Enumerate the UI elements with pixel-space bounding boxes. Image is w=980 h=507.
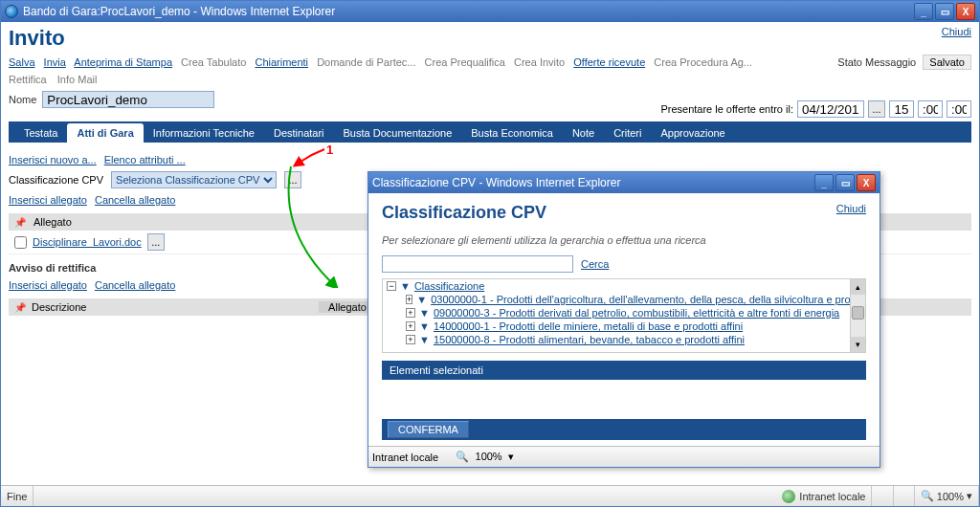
window-title: Bando di Gara:ProcLavori_demo - Windows … <box>23 5 914 18</box>
search-input[interactable] <box>382 255 573 273</box>
crea-invito-link: Crea Invito <box>514 56 565 68</box>
tree-expander[interactable]: + <box>406 295 412 304</box>
chevron-down-icon: ▾ <box>505 451 514 462</box>
crea-prequalifica-link: Crea Prequalifica <box>425 56 505 68</box>
hour-input[interactable] <box>889 100 914 118</box>
window-controls: _ ▭ X <box>914 3 975 20</box>
tree-expander[interactable]: − <box>387 281 396 291</box>
maximize-button[interactable]: ▭ <box>935 3 954 20</box>
main-titlebar: Bando di Gara:ProcLavori_demo - Windows … <box>1 1 979 22</box>
conferma-button[interactable]: CONFERMA <box>388 421 469 438</box>
tab-note[interactable]: Note <box>563 123 604 143</box>
popup-window-title: Classificazione CPV - Windows Internet E… <box>372 176 814 189</box>
tab-info[interactable]: Informazioni Tecniche <box>144 123 264 143</box>
inserisci-allegato-link[interactable]: Inserisci allegato <box>9 194 87 206</box>
cerca-link[interactable]: Cerca <box>581 258 609 270</box>
zoom-icon <box>921 490 937 502</box>
class-cpv-label: Classificazione CPV <box>9 174 103 186</box>
tab-busta-eco[interactable]: Busta Economica <box>461 123 563 143</box>
green-arrow-icon <box>286 164 339 288</box>
annotation-1-label: 1 <box>326 143 333 157</box>
popup-chiudi-link[interactable]: Chiudi <box>836 203 866 214</box>
tree-triangle-icon: ▼ <box>419 307 430 319</box>
minimize-button[interactable]: _ <box>914 3 933 20</box>
inserisci-nuovo-link[interactable]: Inserisci nuovo a... <box>9 154 97 165</box>
infomail-text: Info Mail <box>57 74 98 85</box>
popup-titlebar: Classificazione CPV - Windows Internet E… <box>368 172 880 193</box>
chevron-down-icon: ▾ <box>964 490 972 502</box>
date-input[interactable] <box>797 100 864 118</box>
attachment-checkbox[interactable] <box>14 236 27 249</box>
attachment-file-link[interactable]: Disciplinare_Lavori.doc <box>33 236 142 248</box>
crea-procedura-link: Crea Procedura Ag... <box>654 56 752 68</box>
date-picker-button[interactable]: ... <box>868 100 885 118</box>
attachment-more-button[interactable]: ... <box>147 233 165 251</box>
cancella-allegato-link-2[interactable]: Cancella allegato <box>95 279 175 291</box>
sec-input[interactable] <box>947 100 971 118</box>
popup-content: Chiudi Classificazione CPV Per seleziona… <box>368 193 880 446</box>
tab-approvazione[interactable]: Approvazione <box>651 123 734 143</box>
tree-triangle-icon: ▼ <box>419 334 430 345</box>
salva-link[interactable]: Salva <box>9 56 35 68</box>
popup-status-sep <box>438 452 447 463</box>
nome-label: Nome <box>9 94 36 105</box>
zoom-control[interactable]: 100% ▾ <box>915 486 979 506</box>
cpv-popup-window: Classificazione CPV - Windows Internet E… <box>368 171 880 468</box>
tree-root-link[interactable]: Classificazione <box>414 280 484 292</box>
class-cpv-select[interactable]: Seleziona Classificazione CPV <box>111 171 277 188</box>
tab-atti[interactable]: Atti di Gara <box>67 123 143 143</box>
tree-expander[interactable]: + <box>406 321 415 331</box>
tree-triangle-icon: ▼ <box>416 294 427 305</box>
popup-minimize-button[interactable]: _ <box>814 174 834 191</box>
red-arrow-icon <box>298 146 326 165</box>
popup-zoom-control[interactable]: 100% ▾ <box>456 451 513 463</box>
tree-node-3[interactable]: 14000000-1 - Prodotti delle miniere, met… <box>434 320 743 332</box>
inserisci-allegato-link-2[interactable]: Inserisci allegato <box>9 279 87 291</box>
popup-close-button[interactable]: X <box>857 174 876 191</box>
elenco-attributi-link[interactable]: Elenco attributi ... <box>104 154 186 165</box>
action-toolbar: Salva Invia Anteprima di Stampa Crea Tab… <box>9 56 971 68</box>
crea-tabulato-link: Crea Tabulato <box>181 56 246 68</box>
cpv-tree: − ▼ Classificazione + ▼ 03000000-1 - Pro… <box>382 278 866 353</box>
descrizione-col: Descrizione <box>32 301 319 313</box>
tab-criteri[interactable]: Criteri <box>604 123 651 143</box>
popup-status-sep2 <box>447 452 456 463</box>
tree-expander[interactable]: + <box>406 308 415 318</box>
deadline-row: Presentare le offerte entro il: ... <box>660 100 971 118</box>
ie-icon <box>5 5 18 18</box>
invia-link[interactable]: Invia <box>44 56 66 68</box>
chiudi-link[interactable]: Chiudi <box>942 26 971 37</box>
popup-statusbar: Intranet locale 100% ▾ <box>368 446 880 467</box>
offerte-link[interactable]: Offerte ricevute <box>573 56 645 68</box>
nome-input[interactable] <box>42 91 214 108</box>
scroll-thumb[interactable] <box>852 306 864 320</box>
tab-destinatari[interactable]: Destinatari <box>264 123 334 143</box>
scroll-up-icon[interactable]: ▴ <box>851 279 865 295</box>
page-title: Invito <box>9 26 65 51</box>
popup-maximize-button[interactable]: ▭ <box>835 174 855 191</box>
tab-busta-doc[interactable]: Busta Documentazione <box>334 123 462 143</box>
popup-status-intranet: Intranet locale <box>368 452 438 463</box>
status-sep2 <box>894 486 915 506</box>
anteprima-link[interactable]: Anteprima di Stampa <box>74 56 172 68</box>
min-input[interactable] <box>918 100 943 118</box>
close-button[interactable]: X <box>956 3 975 20</box>
cancella-allegato-link[interactable]: Cancella allegato <box>95 194 175 206</box>
rettifica-text: Rettifica <box>9 74 47 85</box>
domande-link: Domande di Partec... <box>317 56 415 68</box>
stato-label: Stato Messaggio <box>837 56 916 68</box>
tree-expander[interactable]: + <box>406 335 415 344</box>
scroll-down-icon[interactable]: ▾ <box>851 337 865 352</box>
tree-scrollbar[interactable]: ▴ ▾ <box>850 279 865 352</box>
stato-value: Salvato <box>923 55 971 70</box>
popup-instruction: Per selezionare gli elementi utilizza la… <box>382 234 866 246</box>
tree-node-4[interactable]: 15000000-8 - Prodotti alimentari, bevand… <box>434 334 745 345</box>
zoom-icon <box>456 451 472 462</box>
main-statusbar: Fine Intranet locale 100% ▾ <box>1 485 979 506</box>
tab-testata[interactable]: Testata <box>14 123 67 143</box>
tree-node-1[interactable]: 03000000-1 - Prodotti dell'agricoltura, … <box>431 294 866 305</box>
pin-icon <box>14 216 26 228</box>
tree-node-2[interactable]: 09000000-3 - Prodotti derivati dal petro… <box>434 307 839 319</box>
chiarimenti-link[interactable]: Chiarimenti <box>255 56 308 68</box>
popup-confirm-bar: CONFERMA <box>382 419 866 440</box>
